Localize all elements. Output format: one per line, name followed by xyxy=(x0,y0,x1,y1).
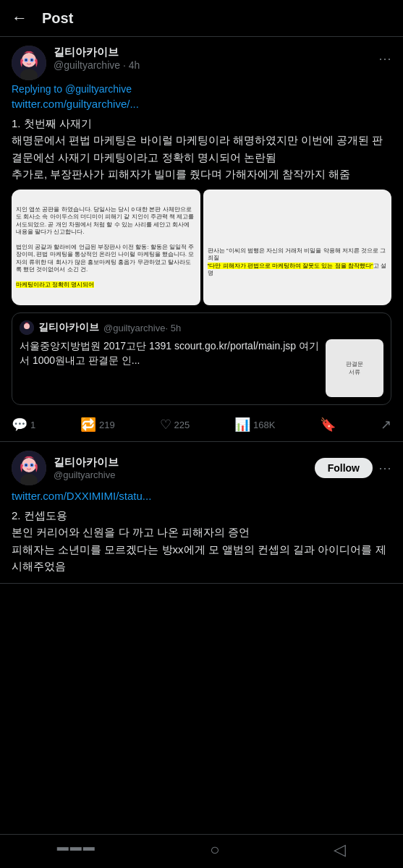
retweet-action[interactable]: 🔁 219 xyxy=(80,417,115,433)
reply-count: 1 xyxy=(30,420,35,430)
quoted-handle: @guiltyarchive xyxy=(103,323,165,333)
share-action[interactable]: ↗ xyxy=(381,417,391,433)
tweet2-link[interactable]: twitter.com/DXXIMIMI/statu... xyxy=(12,490,151,502)
quoted-avatar xyxy=(20,320,34,335)
views-icon: 📊 xyxy=(234,417,250,433)
reply-icon: 💬 xyxy=(12,417,27,433)
header: ← Post xyxy=(0,0,403,37)
quoted-display-name: 길티아카이브 xyxy=(38,321,99,334)
tweet2-avatar[interactable] xyxy=(12,451,46,485)
tweet2-more-button[interactable]: ⋯ xyxy=(378,460,391,476)
tweet1-link[interactable]: twitter.com/guiltyarchive/... xyxy=(12,98,139,110)
like-action[interactable]: ♡ 225 xyxy=(160,417,190,433)
tweet1-text: 1. 첫번째 사재기 해명문에서 편법 마케팅은 바이럴 마케팅이라 해명하였지… xyxy=(12,115,391,182)
tweet2-text: 2. 컨셉도용 본인 커리어와 신원을 다 까고 나온 피해자의 증언 피해자는… xyxy=(12,507,391,574)
nav-back-icon[interactable]: ◁ xyxy=(334,841,346,859)
tweet2: 길티아카이브 @guiltyarchive Follow ⋯ twitter.c… xyxy=(0,442,403,584)
tweet2-user-info: 길티아카이브 @guiltyarchive xyxy=(54,456,315,480)
views-action[interactable]: 📊 168K xyxy=(234,417,275,433)
tweet2-display-name: 길티아카이브 xyxy=(54,456,315,469)
quoted-text: 서울중앙지방법원 2017고단 1391 scourt.go.kr/portal… xyxy=(20,339,320,397)
navbar: ▬▬▬ ○ ◁ xyxy=(0,834,403,868)
svg-point-15 xyxy=(25,464,27,466)
tweet1-more-button[interactable]: ⋯ xyxy=(378,51,391,67)
tweet1: 길티아카이브 @guiltyarchive · 4h ⋯ Replying to… xyxy=(0,37,403,442)
page-title: Post xyxy=(42,10,73,27)
quoted-tweet[interactable]: 길티아카이브 @guiltyarchive · 5h 서울중앙지방법원 2017… xyxy=(12,312,391,405)
quoted-header: 길티아카이브 @guiltyarchive · 5h xyxy=(20,320,383,335)
nav-menu-icon[interactable]: ▬▬▬ xyxy=(57,841,96,859)
retweet-count: 219 xyxy=(99,420,115,430)
svg-point-6 xyxy=(31,59,33,61)
quoted-body: 서울중앙지방법원 2017고단 1391 scourt.go.kr/portal… xyxy=(20,339,383,397)
like-count: 225 xyxy=(174,420,190,430)
bookmark-action[interactable]: 🔖 xyxy=(320,417,336,433)
quoted-time: · 5h xyxy=(165,323,181,333)
retweet-icon: 🔁 xyxy=(80,417,96,433)
svg-point-16 xyxy=(31,464,33,466)
tweet1-user-row: 길티아카이브 @guiltyarchive · 4h ⋯ xyxy=(54,46,391,71)
tweet2-header: 길티아카이브 @guiltyarchive Follow ⋯ xyxy=(12,451,391,485)
quoted-image: 판결문서류 xyxy=(326,339,383,397)
tweet1-display-name: 길티아카이브 xyxy=(54,46,140,59)
nav-home-icon[interactable]: ○ xyxy=(210,841,219,859)
tweet1-user-info: 길티아카이브 @guiltyarchive · 4h xyxy=(54,46,140,71)
heart-icon: ♡ xyxy=(160,417,171,433)
share-icon: ↗ xyxy=(381,417,391,433)
reply-action[interactable]: 💬 1 xyxy=(12,417,35,433)
tweet1-images: 지인 앱쏘 공판을 하였습니다. 당일사는 당시 0 대한 본판 사체만으로도 … xyxy=(12,190,391,305)
avatar[interactable] xyxy=(12,46,46,80)
tweet1-header: 길티아카이브 @guiltyarchive · 4h ⋯ xyxy=(12,46,391,80)
tweet1-doc-image2: 판사는 "이씨의 범행은 자신의 거래처 비밀을 악용해 저지른 것으로 그 죄… xyxy=(203,190,392,305)
svg-point-5 xyxy=(25,59,27,61)
follow-button[interactable]: Follow xyxy=(315,458,373,478)
tweet1-actions: 💬 1 🔁 219 ♡ 225 📊 168K 🔖 ↗ xyxy=(12,414,391,433)
bookmark-icon: 🔖 xyxy=(320,417,336,433)
back-button[interactable]: ← xyxy=(12,9,27,27)
tweet1-username-time: @guiltyarchive · 4h xyxy=(54,59,140,71)
views-count: 168K xyxy=(253,420,275,430)
tweet1-meta: 길티아카이브 @guiltyarchive · 4h ⋯ xyxy=(54,46,391,71)
tweet2-username: @guiltyarchive xyxy=(54,469,315,480)
svg-point-9 xyxy=(24,323,30,329)
tweet1-doc-image1: 지인 앱쏘 공판을 하였습니다. 당일사는 당시 0 대한 본판 사체만으로도 … xyxy=(12,190,200,305)
replying-to: Replying to @guiltyarchive xyxy=(12,83,391,95)
